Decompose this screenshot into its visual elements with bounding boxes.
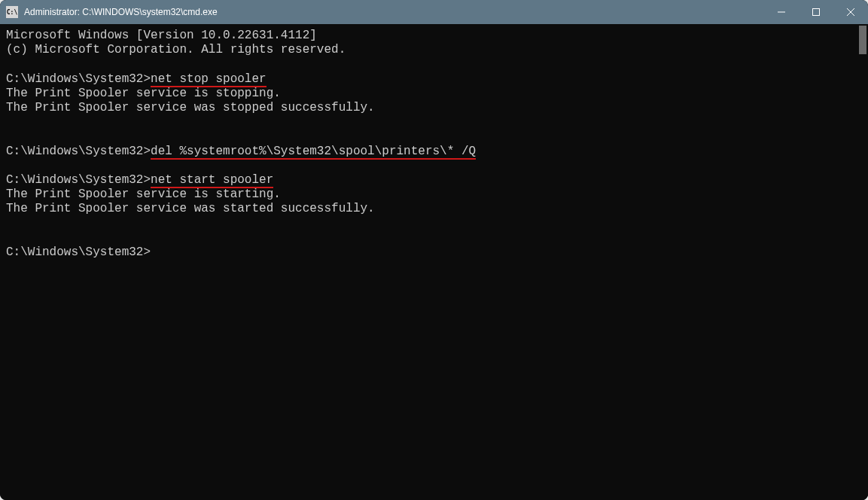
scrollbar-thumb[interactable]: [859, 26, 866, 54]
output-line: The Print Spooler service is stopping.: [6, 87, 862, 101]
prompt-line: C:\Windows\System32>net stop spooler: [6, 72, 862, 87]
command-text: del %systemroot%\System32\spool\printers…: [151, 145, 476, 160]
output-line: The Print Spooler service was stopped su…: [6, 101, 862, 115]
window-controls: [764, 0, 868, 24]
blank-line: [6, 159, 862, 173]
cmd-icon: C:\: [6, 6, 18, 18]
banner-line: Microsoft Windows [Version 10.0.22631.41…: [6, 29, 862, 43]
output-line: The Print Spooler service was started su…: [6, 202, 862, 216]
prompt-line: C:\Windows\System32>del %systemroot%\Sys…: [6, 145, 862, 159]
maximize-button[interactable]: [799, 0, 833, 24]
blank-line: [6, 216, 862, 230]
terminal-output[interactable]: Microsoft Windows [Version 10.0.22631.41…: [0, 24, 868, 500]
cmd-window: C:\ Administrator: C:\WINDOWS\system32\c…: [0, 0, 868, 500]
scrollbar-track[interactable]: [856, 24, 868, 500]
prompt-line: C:\Windows\System32>: [6, 245, 862, 260]
window-title: Administrator: C:\WINDOWS\system32\cmd.e…: [24, 7, 764, 17]
prompt-path: C:\Windows\System32>: [6, 145, 151, 158]
banner-line: (c) Microsoft Corporation. All rights re…: [6, 43, 862, 57]
maximize-icon: [812, 8, 820, 16]
prompt-path: C:\Windows\System32>: [6, 245, 151, 259]
prompt-path: C:\Windows\System32>: [6, 173, 151, 187]
prompt-path: C:\Windows\System32>: [6, 72, 151, 86]
svg-rect-1: [813, 9, 820, 16]
prompt-line: C:\Windows\System32>net start spooler: [6, 173, 862, 188]
titlebar[interactable]: C:\ Administrator: C:\WINDOWS\system32\c…: [0, 0, 868, 24]
output-line: The Print Spooler service is starting.: [6, 188, 862, 202]
blank-line: [6, 231, 862, 245]
blank-line: [6, 57, 862, 72]
minimize-icon: [778, 8, 785, 16]
close-icon: [847, 8, 854, 16]
close-button[interactable]: [833, 0, 868, 24]
command-text: net start spooler: [151, 173, 273, 188]
blank-line: [6, 115, 862, 130]
blank-line: [6, 130, 862, 144]
minimize-button[interactable]: [764, 0, 799, 24]
command-text: net stop spooler: [151, 72, 266, 87]
